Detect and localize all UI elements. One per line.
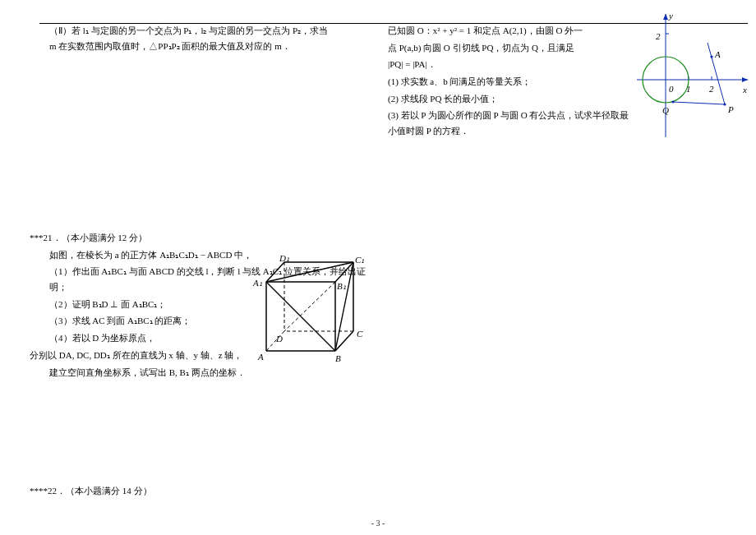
lbl-A1: A₁ [253,275,262,291]
lbl-B1: B₁ [337,279,346,294]
page-footer: - 3 - [0,516,756,530]
svg-line-22 [335,331,353,351]
tick-2x: 2 [709,81,714,97]
circle-tangent-graph: y x 0 2 1 2 A P Q [633,10,752,141]
q22-stem-b: 点 P(a,b) 向圆 O 引切线 PQ，切点为 Q，且满足 [388,40,634,56]
q22-header-block: ****22．（本小题满分 14 分） [49,483,370,500]
q22-stem-a: 已知圆 O：x² + y² = 1 和定点 A(2,1)，由圆 O 外一 [388,23,634,39]
q22-p2: (2) 求线段 PQ 长的最小值； [388,91,634,107]
tick-1x: 1 [686,81,691,97]
q22-header: ****22．（本小题满分 14 分） [30,483,370,499]
lbl-D: D [276,331,283,347]
lbl-C: C [357,326,362,342]
lbl-A: A [258,349,264,365]
tick-2y: 2 [656,29,661,44]
q21-header: ***21．（本小题满分 12 分） [30,230,370,246]
point-Q-label: Q [662,103,669,118]
origin-label: 0 [669,81,674,97]
svg-line-28 [284,282,335,331]
point-A-label: A [715,47,721,62]
lbl-B: B [335,351,341,367]
cube-diagram: D₁ C₁ A₁ B₁ D C A B [253,252,386,363]
q21-tail2: 建立空间直角坐标系，试写出 B, B₁ 两点的坐标． [49,365,370,380]
col-left: （Ⅱ）若 l₁ 与定圆的另一个交点为 P₁，l₂ 与定圆的另一交点为 P₂，求当… [49,23,329,55]
q22-cond: |PQ| = |PA|． [388,57,634,72]
q-part2-text: （Ⅱ）若 l₁ 与定圆的另一个交点为 P₁，l₂ 与定圆的另一交点为 P₂，求当… [49,23,329,53]
col-right: 已知圆 O：x² + y² = 1 和定点 A(2,1)，由圆 O 外一 点 P… [388,23,634,141]
svg-marker-3 [663,14,668,20]
point-P-label: P [728,102,734,118]
lbl-D1: D₁ [279,251,289,266]
axis-y-label: y [669,8,673,24]
axis-x-label: x [743,82,747,98]
svg-line-26 [335,262,353,351]
q22-p3: (3) 若以 P 为圆心所作的圆 P 与圆 O 有公共点，试求半径取最小值时圆 … [388,108,634,138]
q22-p1: (1) 求实数 a、b 间满足的等量关系； [388,74,634,90]
lbl-C1: C₁ [355,252,364,268]
svg-line-11 [673,102,725,104]
